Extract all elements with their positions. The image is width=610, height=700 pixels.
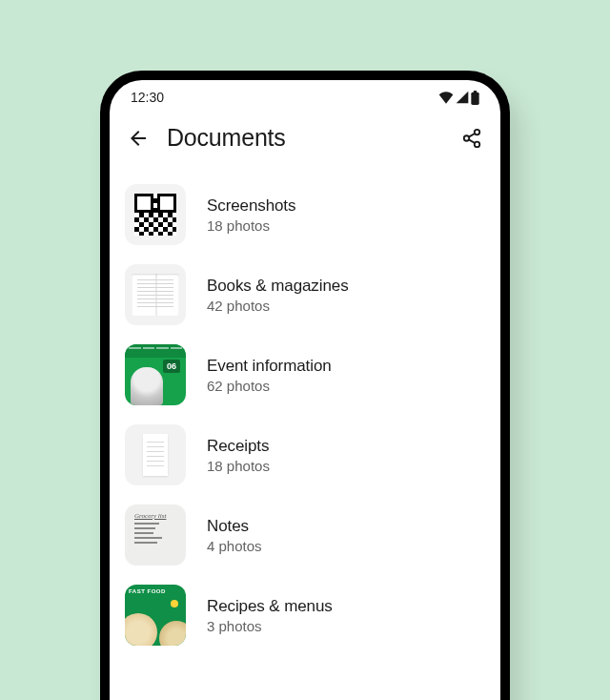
list-item-count: 62 photos xyxy=(207,378,332,394)
cell-signal-icon xyxy=(456,91,469,104)
battery-icon xyxy=(471,91,479,105)
list-item-text: Screenshots 18 photos xyxy=(207,196,295,234)
back-button[interactable] xyxy=(125,125,152,152)
list-item-title: Event information xyxy=(207,357,332,376)
phone-frame: 12:30 Documents Screenshots 18 photos xyxy=(100,71,510,700)
page-title: Documents xyxy=(167,124,443,152)
wifi-icon xyxy=(438,91,454,104)
svg-point-4 xyxy=(475,141,480,147)
list-item-title: Books & magazines xyxy=(207,277,349,296)
list-item-text: Notes 4 photos xyxy=(207,517,262,554)
thumbnail-book-icon xyxy=(125,264,186,325)
list-item-recipes[interactable]: FAST FOOD Recipes & menus 3 photos xyxy=(125,575,485,655)
list-item-text: Event information 62 photos xyxy=(207,357,332,394)
list-item-count: 18 photos xyxy=(207,458,270,474)
category-list: Screenshots 18 photos Books & magazines … xyxy=(110,165,500,655)
list-item-screenshots[interactable]: Screenshots 18 photos xyxy=(125,175,485,255)
list-item-count: 3 photos xyxy=(207,618,333,634)
list-item-count: 18 photos xyxy=(207,217,295,234)
list-item-text: Books & magazines 42 photos xyxy=(207,277,349,314)
share-icon xyxy=(461,128,482,149)
thumbnail-receipt-icon xyxy=(125,424,186,485)
share-button[interactable] xyxy=(458,125,485,152)
list-item-title: Screenshots xyxy=(207,196,295,216)
thumbnail-recipe-icon: FAST FOOD xyxy=(125,585,186,646)
screen: 12:30 Documents Screenshots 18 photos xyxy=(110,80,500,700)
status-icons xyxy=(438,91,479,105)
arrow-back-icon xyxy=(127,127,150,150)
app-header: Documents xyxy=(110,114,500,165)
list-item-title: Recipes & menus xyxy=(207,597,333,616)
svg-rect-0 xyxy=(471,92,478,104)
status-time: 12:30 xyxy=(131,90,164,105)
list-item-text: Recipes & menus 3 photos xyxy=(207,597,333,634)
thumbnail-notes-icon: Grocery list xyxy=(125,504,186,566)
svg-point-3 xyxy=(464,135,470,141)
thumbnail-event-icon: 06 xyxy=(125,344,186,405)
thumbnail-qr-icon xyxy=(125,184,186,245)
list-item-events[interactable]: 06 Event information 62 photos xyxy=(125,335,485,415)
list-item-title: Receipts xyxy=(207,437,270,456)
list-item-receipts[interactable]: Receipts 18 photos xyxy=(125,415,485,495)
list-item-title: Notes xyxy=(207,517,262,536)
svg-rect-1 xyxy=(474,91,477,93)
svg-point-2 xyxy=(475,129,480,134)
status-bar: 12:30 xyxy=(110,80,500,114)
list-item-notes[interactable]: Grocery list Notes 4 photos xyxy=(125,495,485,575)
list-item-books[interactable]: Books & magazines 42 photos xyxy=(125,255,485,335)
list-item-count: 4 photos xyxy=(207,538,262,554)
list-item-text: Receipts 18 photos xyxy=(207,437,270,474)
list-item-count: 42 photos xyxy=(207,298,349,314)
